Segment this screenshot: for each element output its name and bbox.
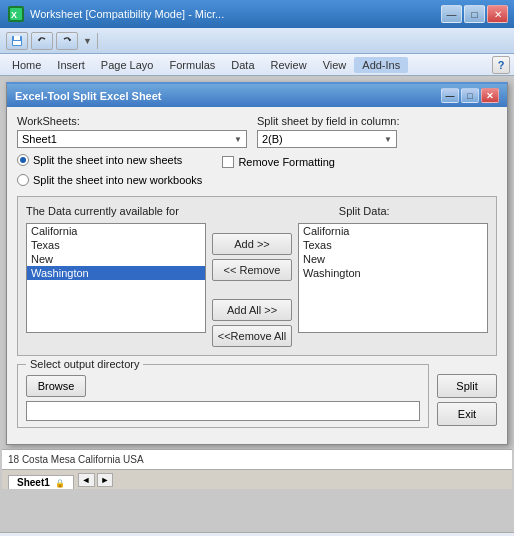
radio-new-workbooks[interactable]: Split the sheet into new workbooks (17, 174, 202, 186)
output-section: Select output directory Browse (17, 364, 429, 428)
path-input[interactable] (26, 401, 420, 421)
radio-group: Split the sheet into new sheets Split th… (17, 154, 202, 190)
app-area: Excel-Tool Split Excel Sheet — □ ✕ WorkS… (0, 76, 514, 532)
maximize-button[interactable]: □ (464, 5, 485, 23)
column-select[interactable]: 2(B) ▼ (257, 130, 397, 148)
top-selectors-row: WorkSheets: Sheet1 ▼ Split sheet by fiel… (17, 115, 497, 148)
minimize-button[interactable]: — (441, 5, 462, 23)
undo-icon[interactable] (31, 32, 53, 50)
column-arrow: ▼ (384, 135, 392, 144)
worksheets-value: Sheet1 (22, 133, 57, 145)
worksheets-select[interactable]: Sheet1 ▼ (17, 130, 247, 148)
available-item-california[interactable]: California (27, 224, 205, 238)
status-bar: Ready 100% + (0, 532, 514, 536)
remove-button[interactable]: << Remove (212, 259, 292, 281)
path-input-wrapper (26, 401, 420, 421)
split-item-california[interactable]: California (299, 224, 487, 238)
output-row: Browse (26, 375, 420, 397)
dialog-title-text: Excel-Tool Split Excel Sheet (15, 90, 162, 102)
available-data-label: The Data currently available for (26, 205, 179, 217)
split-button[interactable]: Split (437, 374, 497, 398)
close-button[interactable]: ✕ (487, 5, 508, 23)
action-buttons: Split Exit (437, 374, 497, 426)
available-list[interactable]: California Texas New Washington (26, 223, 206, 333)
lists-title-row: The Data currently available for Split D… (26, 205, 488, 217)
quick-access-toolbar: ▼ (0, 28, 514, 54)
app-icon: X (6, 4, 26, 24)
sheet-prev-btn[interactable]: ◄ (78, 473, 95, 487)
worksheets-arrow: ▼ (234, 135, 242, 144)
help-icon[interactable]: ? (492, 56, 510, 74)
remove-all-button[interactable]: <<Remove All (212, 325, 292, 347)
sheet-tab-icon: 🔒 (55, 479, 65, 488)
menu-home[interactable]: Home (4, 57, 49, 73)
split-dialog: Excel-Tool Split Excel Sheet — □ ✕ WorkS… (6, 82, 508, 445)
remove-formatting-group[interactable]: Remove Formatting (222, 156, 335, 168)
output-legend: Select output directory (26, 358, 143, 370)
remove-formatting-checkbox[interactable] (222, 156, 234, 168)
dialog-content: WorkSheets: Sheet1 ▼ Split sheet by fiel… (7, 107, 507, 444)
sheet-nav: ◄ ► (78, 473, 114, 487)
remove-formatting-label: Remove Formatting (238, 156, 335, 168)
spreadsheet-data: 18 Costa Mesa California USA (8, 454, 144, 465)
menu-page-layout[interactable]: Page Layo (93, 57, 162, 73)
bottom-section: Select output directory Browse Split Exi… (17, 364, 497, 436)
svg-rect-4 (14, 36, 20, 40)
window-controls: — □ ✕ (441, 5, 508, 23)
dialog-title-bar: Excel-Tool Split Excel Sheet — □ ✕ (7, 84, 507, 107)
menu-formulas[interactable]: Formulas (161, 57, 223, 73)
menu-insert[interactable]: Insert (49, 57, 93, 73)
sheet1-label: Sheet1 (17, 477, 50, 488)
split-item-texas[interactable]: Texas (299, 238, 487, 252)
menu-review[interactable]: Review (263, 57, 315, 73)
radio-workbooks-indicator (17, 174, 29, 186)
split-list[interactable]: California Texas New Washington (298, 223, 488, 333)
exit-button[interactable]: Exit (437, 402, 497, 426)
sheet1-tab[interactable]: Sheet1 🔒 (8, 475, 74, 489)
options-row: Split the sheet into new sheets Split th… (17, 154, 497, 190)
add-all-button[interactable]: Add All >> (212, 299, 292, 321)
column-value: 2(B) (262, 133, 283, 145)
menu-addins[interactable]: Add-Ins (354, 57, 408, 73)
menu-view[interactable]: View (315, 57, 355, 73)
radio-new-sheets[interactable]: Split the sheet into new sheets (17, 154, 202, 166)
browse-button[interactable]: Browse (26, 375, 86, 397)
worksheets-label: WorkSheets: (17, 115, 247, 127)
transfer-buttons: Add >> << Remove Add All >> <<Remove All (212, 233, 292, 347)
available-item-texas[interactable]: Texas (27, 238, 205, 252)
available-item-new[interactable]: New (27, 252, 205, 266)
svg-text:X: X (11, 10, 17, 20)
dialog-controls: — □ ✕ (441, 88, 499, 103)
dialog-maximize[interactable]: □ (461, 88, 479, 103)
column-label: Split sheet by field in column: (257, 115, 399, 127)
window-title: Worksheet [Compatibility Mode] - Micr... (30, 8, 441, 20)
add-button[interactable]: Add >> (212, 233, 292, 255)
sheet-next-btn[interactable]: ► (97, 473, 114, 487)
split-data-label: Split Data: (339, 205, 390, 217)
column-group: Split sheet by field in column: 2(B) ▼ (257, 115, 399, 148)
save-icon[interactable] (6, 32, 28, 50)
worksheets-group: WorkSheets: Sheet1 ▼ (17, 115, 247, 148)
menu-data[interactable]: Data (223, 57, 262, 73)
dialog-close[interactable]: ✕ (481, 88, 499, 103)
radio-sheets-indicator (17, 154, 29, 166)
output-section-wrapper: Select output directory Browse (17, 364, 429, 436)
available-item-washington[interactable]: Washington (27, 266, 205, 280)
split-item-washington[interactable]: Washington (299, 266, 487, 280)
sheet-tab-bar: Sheet1 🔒 ◄ ► (2, 469, 512, 489)
lists-container: California Texas New Washington Add >> <… (26, 223, 488, 347)
radio-sheets-label: Split the sheet into new sheets (33, 154, 182, 166)
redo-icon[interactable] (56, 32, 78, 50)
data-lists-area: The Data currently available for Split D… (17, 196, 497, 356)
title-bar: X Worksheet [Compatibility Mode] - Micr.… (0, 0, 514, 28)
spreadsheet-row: 18 Costa Mesa California USA (2, 449, 512, 469)
svg-rect-5 (13, 41, 21, 45)
split-item-new[interactable]: New (299, 252, 487, 266)
dialog-minimize[interactable]: — (441, 88, 459, 103)
menu-bar: Home Insert Page Layo Formulas Data Revi… (0, 54, 514, 76)
radio-workbooks-label: Split the sheet into new workbooks (33, 174, 202, 186)
